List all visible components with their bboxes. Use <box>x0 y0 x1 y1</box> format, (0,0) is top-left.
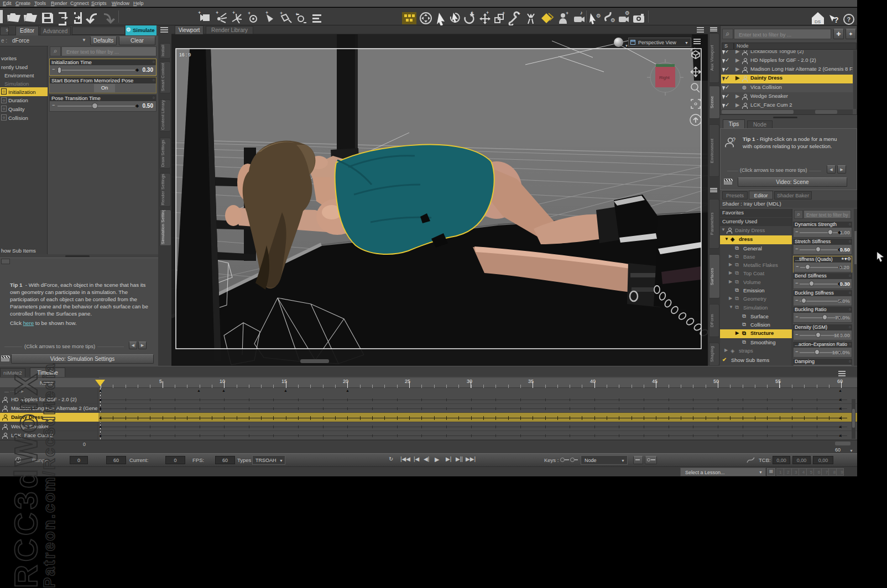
svg-text:♪: ♪ <box>580 10 583 15</box>
svg-text:+: + <box>265 10 268 15</box>
svg-text:+: + <box>232 10 235 15</box>
svg-text:+: + <box>566 11 568 16</box>
svg-text:+: + <box>198 10 201 15</box>
svg-text:?: ? <box>834 15 839 24</box>
svg-text:16 : 9: 16 : 9 <box>179 52 191 57</box>
svg-text:+: + <box>295 12 298 17</box>
svg-text:+: + <box>471 10 473 15</box>
svg-text:+: + <box>248 11 251 16</box>
svg-text:+: + <box>518 11 520 17</box>
svg-text:+: + <box>280 11 283 16</box>
svg-text:DS: DS <box>815 19 821 24</box>
svg-text:Right: Right <box>659 75 670 80</box>
svg-text:⚙: ⚙ <box>611 17 615 23</box>
svg-text:⚙: ⚙ <box>596 13 601 19</box>
svg-text:+: + <box>216 10 218 15</box>
svg-text:+: + <box>486 10 489 15</box>
svg-text:⚙: ⚙ <box>625 10 630 16</box>
svg-text:+: + <box>502 11 505 16</box>
svg-text:?: ? <box>847 16 851 23</box>
